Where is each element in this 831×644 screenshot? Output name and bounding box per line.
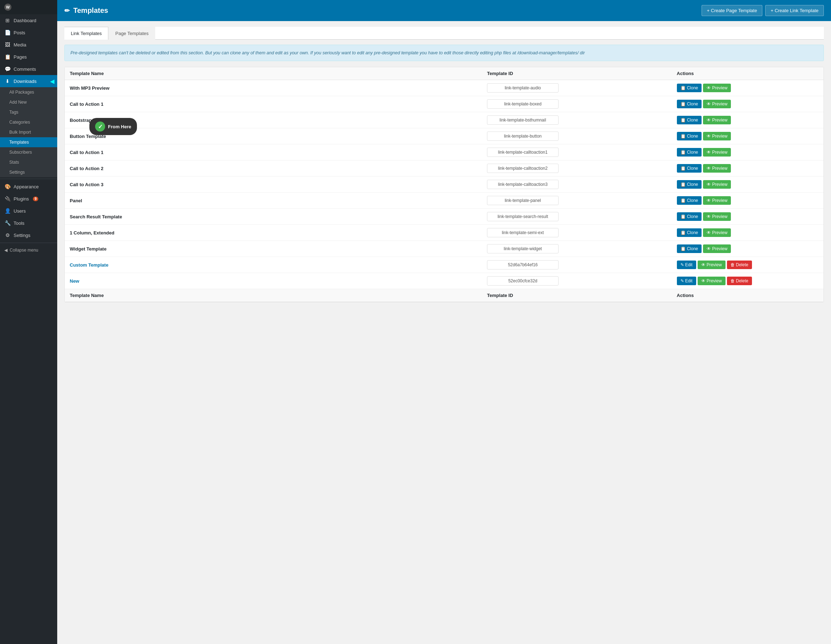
sidebar-item-users[interactable]: 👤 Users <box>0 205 57 217</box>
clone-button[interactable]: 📋 Clone <box>677 196 702 205</box>
sidebar-item-media[interactable]: 🖼 Media <box>0 38 57 51</box>
sidebar-item-comments[interactable]: 💬 Comments <box>0 63 57 75</box>
template-id-input[interactable] <box>487 196 559 205</box>
table-row: Bootstrap Thumbnail📋 Clone👁 Preview <box>65 112 823 128</box>
tab-page-templates-label: Page Templates <box>115 31 148 36</box>
preview-button[interactable]: 👁 Preview <box>703 164 731 173</box>
template-id-input[interactable] <box>487 164 559 173</box>
template-name-link[interactable]: Custom Template <box>70 262 108 268</box>
table-row: Call to Action 3📋 Clone👁 Preview <box>65 177 823 192</box>
sidebar-item-pages[interactable]: 📋 Pages <box>0 51 57 63</box>
create-link-template-button[interactable]: + Create Link Template <box>765 5 824 16</box>
clone-button[interactable]: 📋 Clone <box>677 84 702 92</box>
sidebar: W ⊞ Dashboard 📄 Posts 🖼 Media 📋 Pages 💬 … <box>0 0 57 644</box>
template-id-input[interactable] <box>487 132 559 141</box>
sidebar-item-label: Dashboard <box>14 18 37 23</box>
edit-button[interactable]: ✎ Edit <box>677 261 696 269</box>
preview-button[interactable]: 👁 Preview <box>703 245 731 253</box>
clone-button[interactable]: 📋 Clone <box>677 180 702 189</box>
preview-button[interactable]: 👁 Preview <box>703 228 731 237</box>
footer-col-id: Template ID <box>482 289 672 302</box>
clone-button[interactable]: 📋 Clone <box>677 148 702 157</box>
clone-button[interactable]: 📋 Clone <box>677 228 702 237</box>
plugins-label: Plugins <box>14 196 29 202</box>
templates-table-wrapper: Template Name Template ID Actions With M… <box>64 67 824 302</box>
sidebar-item-subscribers[interactable]: Subscribers <box>0 147 57 157</box>
sidebar-item-tags[interactable]: Tags <box>0 107 57 117</box>
table-row: Call to Action 1📋 Clone👁 Preview <box>65 96 823 112</box>
clone-button[interactable]: 📋 Clone <box>677 100 702 108</box>
clone-button[interactable]: 📋 Clone <box>677 132 702 140</box>
tab-page-templates[interactable]: Page Templates <box>108 27 155 40</box>
sidebar-item-downloads[interactable]: ⬇ Downloads ◀ <box>0 75 57 87</box>
template-name-text: Call to Action 1 <box>70 102 103 107</box>
sidebar-item-dashboard[interactable]: ⊞ Dashboard <box>0 14 57 27</box>
preview-button[interactable]: 👁 Preview <box>703 180 731 189</box>
footer-col-actions: Actions <box>672 289 823 302</box>
template-id-input[interactable] <box>487 276 559 286</box>
sidebar-item-tools[interactable]: 🔧 Tools <box>0 217 57 229</box>
preview-button[interactable]: 👁 Preview <box>703 148 731 157</box>
tooltip-check-icon: ✓ <box>95 121 105 132</box>
sidebar-item-plugins[interactable]: 🔌 Plugins 9 <box>0 192 57 205</box>
downloads-submenu: All Packages Add New Tags Categories Bul… <box>0 87 57 177</box>
preview-button[interactable]: 👁 Preview <box>703 84 731 92</box>
template-id-input[interactable] <box>487 115 559 125</box>
users-icon: 👤 <box>4 208 11 214</box>
delete-button[interactable]: 🗑 Delete <box>727 277 752 285</box>
template-id-input[interactable] <box>487 83 559 92</box>
preview-button[interactable]: 👁 Preview <box>703 116 731 124</box>
content-area: Link Templates Page Templates Pre-design… <box>57 21 831 308</box>
collapse-menu-button[interactable]: ◀ Collapse menu <box>0 245 57 256</box>
template-name-link[interactable]: New <box>70 278 80 284</box>
plugins-badge: 9 <box>33 197 38 201</box>
sidebar-item-all-packages[interactable]: All Packages <box>0 87 57 97</box>
template-id-input[interactable] <box>487 260 559 269</box>
sidebar-item-appearance[interactable]: 🎨 Appearance <box>0 180 57 192</box>
sidebar-item-categories[interactable]: Categories <box>0 117 57 127</box>
tab-link-templates[interactable]: Link Templates <box>64 27 108 40</box>
sidebar-item-stats[interactable]: Stats <box>0 157 57 167</box>
clone-button[interactable]: 📋 Clone <box>677 212 702 221</box>
preview-button[interactable]: 👁 Preview <box>703 212 731 221</box>
table-row: Widget Template📋 Clone👁 Preview <box>65 241 823 257</box>
settings-icon: ⚙ <box>4 232 11 238</box>
sidebar-item-posts[interactable]: 📄 Posts <box>0 27 57 38</box>
preview-button[interactable]: 👁 Preview <box>697 261 726 269</box>
actions-cell: 📋 Clone👁 Preview <box>677 212 818 221</box>
template-id-input[interactable] <box>487 212 559 221</box>
sidebar-item-settings[interactable]: ⚙ Settings <box>0 229 57 241</box>
stats-label: Stats <box>9 160 19 165</box>
template-id-input[interactable] <box>487 180 559 189</box>
clone-button[interactable]: 📋 Clone <box>677 116 702 124</box>
preview-button[interactable]: 👁 Preview <box>703 196 731 205</box>
collapse-arrow-icon: ◀ <box>4 248 8 253</box>
users-label: Users <box>14 208 26 214</box>
clone-button[interactable]: 📋 Clone <box>677 245 702 253</box>
sidebar-item-settings-dl[interactable]: Settings <box>0 167 57 177</box>
table-row: Custom Template✎ Edit👁 Preview🗑 Delete <box>65 257 823 273</box>
page-title-text: Templates <box>73 6 108 15</box>
clone-button[interactable]: 📋 Clone <box>677 164 702 173</box>
template-id-input[interactable] <box>487 244 559 253</box>
preview-button[interactable]: 👁 Preview <box>703 132 731 140</box>
edit-button[interactable]: ✎ Edit <box>677 277 696 285</box>
table-footer-row: Template Name Template ID Actions <box>65 289 823 302</box>
actions-cell: 📋 Clone👁 Preview <box>677 84 818 92</box>
tabs-bar: Link Templates Page Templates <box>64 27 824 40</box>
sidebar-item-templates[interactable]: Templates <box>0 137 57 147</box>
table-row: Call to Action 1📋 Clone👁 Preview <box>65 145 823 161</box>
sidebar-item-add-new[interactable]: Add New <box>0 97 57 107</box>
sidebar-item-bulk-import[interactable]: Bulk Import <box>0 127 57 137</box>
delete-button[interactable]: 🗑 Delete <box>727 261 752 269</box>
downloads-icon: ⬇ <box>4 78 11 84</box>
table-header-row: Template Name Template ID Actions <box>65 67 823 80</box>
create-page-template-button[interactable]: + Create Page Template <box>702 5 763 16</box>
template-id-input[interactable] <box>487 228 559 237</box>
template-id-input[interactable] <box>487 99 559 109</box>
actions-cell: 📋 Clone👁 Preview <box>677 228 818 237</box>
sidebar-item-label: Media <box>14 42 26 48</box>
preview-button[interactable]: 👁 Preview <box>697 277 726 285</box>
preview-button[interactable]: 👁 Preview <box>703 100 731 108</box>
template-id-input[interactable] <box>487 148 559 157</box>
